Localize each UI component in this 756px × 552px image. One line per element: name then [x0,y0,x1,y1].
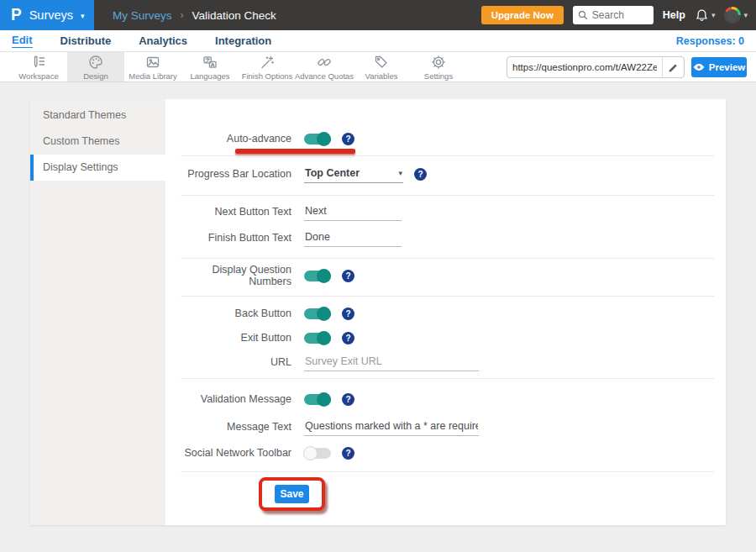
divider [181,471,714,472]
display-question-numbers-row: Display Question Numbers ? [181,264,714,287]
chevron-down-icon: ▾ [81,12,85,20]
top-navbar: P Surveys ▾ My Surveys › Validation Chec… [0,0,756,30]
back-button-row: Back Button ? [181,302,714,325]
sidebar-item-standard-themes[interactable]: Standard Themes [30,103,165,129]
toolbar-label: Advance Quotas [295,71,354,81]
toggle-knob [317,132,331,146]
auto-advance-toggle[interactable] [304,134,331,145]
survey-url-input[interactable] [507,62,662,72]
chevron-down-icon: ▾ [398,169,402,177]
breadcrumb-my-surveys[interactable]: My Surveys [113,9,172,22]
toggle-knob [303,446,318,460]
notifications-menu[interactable]: ▾ [695,8,716,23]
toolbar-item-design[interactable]: Design [67,52,124,81]
survey-section-nav: Edit Distribute Analytics Integration Re… [0,30,756,52]
progress-bar-location-label: Progress Bar Location [181,168,291,180]
media-library-icon [144,54,161,71]
questionpro-logo: P [11,5,22,24]
exit-url-input[interactable] [304,354,479,371]
search-input[interactable] [592,9,646,21]
design-sidebar: Standard Themes Custom Themes Display Se… [30,99,165,525]
display-question-numbers-toggle[interactable] [304,271,331,281]
toolbar-item-media-library[interactable]: Media Library [124,52,181,81]
finish-button-text-row: Finish Button Text [181,226,714,250]
tab-integration[interactable]: Integration [215,34,271,48]
account-menu[interactable]: ▾ [724,7,748,24]
next-button-text-label: Next Button Text [181,206,291,218]
display-settings-panel: Auto-advance ? Progress Bar Location Top… [165,99,726,525]
tab-analytics[interactable]: Analytics [139,34,187,48]
message-text-label: Message Text [181,421,291,433]
exit-url-label: URL [181,356,291,368]
toolbar-item-variables[interactable]: Variables [353,52,410,81]
select-value: Top Center [305,167,360,179]
advance-quotas-links-icon [316,54,333,71]
next-button-text-row: Next Button Text [181,200,714,223]
toolbar-label: Media Library [129,71,177,81]
progress-bar-help-icon[interactable]: ? [414,168,427,181]
product-switcher[interactable]: P Surveys ▾ [0,0,94,30]
exit-url-row: URL [181,350,714,374]
search-icon [578,10,588,20]
validation-message-help-icon[interactable]: ? [342,393,354,406]
responses-count[interactable]: Responses: 0 [676,35,744,47]
social-network-toolbar-row: Social Network Toolbar ? [181,441,714,465]
next-button-text-input[interactable] [304,203,402,221]
breadcrumb-separator-icon: › [181,9,184,21]
toolbar-item-settings[interactable]: Settings [410,52,467,81]
toolbar-item-finish-options[interactable]: Finish Options [239,52,296,81]
validation-message-label: Validation Message [181,393,291,405]
message-text-row: Message Text [181,415,714,439]
toolbar-item-languages[interactable]: Languages [181,52,239,81]
help-link[interactable]: Help [663,9,685,21]
exit-button-toggle[interactable] [304,333,331,344]
progress-bar-location-row: Progress Bar Location Top Center ▾ ? [181,162,714,186]
back-button-toggle[interactable] [304,308,331,319]
upgrade-now-button[interactable]: Upgrade Now [481,6,564,24]
avatar [724,7,741,24]
pencil-icon [668,62,679,73]
chevron-down-icon: ▾ [743,11,748,19]
sidebar-item-custom-themes[interactable]: Custom Themes [30,129,165,155]
preview-button[interactable]: Preview [691,57,747,77]
survey-url-box [507,56,685,78]
design-palette-icon [87,54,104,71]
save-button[interactable]: Save [275,485,309,503]
display-question-numbers-help-icon[interactable]: ? [342,270,354,282]
validation-message-toggle[interactable] [304,394,331,405]
questionpro-design-settings-screen: P Surveys ▾ My Surveys › Validation Chec… [0,0,756,552]
social-network-toolbar-help-icon[interactable]: ? [342,447,354,460]
eye-icon [693,63,705,71]
auto-advance-row: Auto-advance ? [181,127,714,150]
red-annotation-box: Save [259,477,325,511]
validation-message-row: Validation Message ? [181,387,714,411]
tab-distribute[interactable]: Distribute [60,34,112,48]
back-button-label: Back Button [181,308,291,319]
auto-advance-label: Auto-advance [181,133,291,145]
variables-tag-icon [373,54,390,71]
divider [181,258,714,259]
workspace-icon [30,54,47,71]
finish-button-text-label: Finish Button Text [181,232,291,244]
tab-edit[interactable]: Edit [12,34,33,48]
finish-button-text-input[interactable] [304,229,402,247]
display-settings-card: Standard Themes Custom Themes Display Se… [30,99,726,525]
edit-url-button[interactable] [662,57,684,77]
social-network-toolbar-toggle[interactable] [304,448,331,459]
progress-bar-location-select[interactable]: Top Center ▾ [304,166,403,183]
bell-icon [695,8,709,23]
exit-button-help-icon[interactable]: ? [342,332,354,344]
auto-advance-help-icon[interactable]: ? [342,133,354,145]
back-button-help-icon[interactable]: ? [342,308,354,320]
breadcrumb-current-survey: Validation Check [192,9,276,22]
topbar-right-cluster: Upgrade Now Help ▾ ▾ [481,0,748,30]
message-text-input[interactable] [304,418,479,436]
global-search[interactable] [573,6,654,24]
sidebar-item-display-settings[interactable]: Display Settings [30,155,165,181]
toolbar-item-advance-quotas[interactable]: Advance Quotas [296,52,353,81]
exit-button-row: Exit Button ? [181,326,714,350]
product-label: Surveys [29,8,73,22]
toolbar-item-workspace[interactable]: Workspace [10,52,67,81]
toggle-knob [317,307,331,321]
divider [181,296,714,297]
